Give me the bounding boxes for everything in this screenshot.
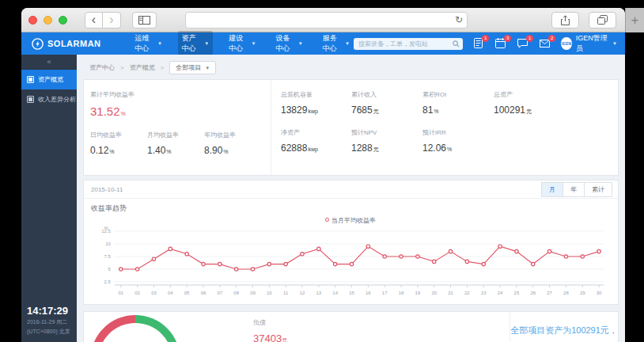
breadcrumb-asset-overview[interactable]: 资产概览	[130, 63, 155, 72]
svg-text:10: 10	[267, 291, 272, 295]
back-icon: ‹	[92, 13, 96, 27]
chart-legend: 当月平均收益率	[91, 216, 610, 225]
svg-text:12: 12	[300, 291, 305, 295]
sidebar-collapse-button[interactable]: «	[21, 55, 77, 70]
asset-stats-grid: 总装机容量 13829kwp 累计收入 7685元 累积ROI 81% 总资	[271, 80, 618, 175]
stat-label: 累计平均收益率	[90, 90, 263, 99]
yield-stats: 累计平均收益率 31.52% 日均收益率 0.12% 月均收益率 1.40%	[84, 80, 271, 175]
stat-total-assets: 总资产 100291元	[494, 90, 618, 116]
daily-yield: 日均收益率 0.12%	[90, 131, 147, 156]
calendar-button[interactable]: 3	[495, 38, 506, 49]
sidebar-item-income-analysis[interactable]: 收入差异分析	[21, 89, 77, 109]
svg-text:15: 15	[349, 291, 354, 295]
sidebar-item-asset-overview[interactable]: 资产概览	[21, 70, 77, 89]
back-button[interactable]: ‹	[85, 12, 103, 28]
breadcrumb: 资产中心 > 资产概览 > 全部项目 ▼	[77, 55, 625, 79]
svg-text:03: 03	[151, 291, 157, 295]
tab-cumulative[interactable]: 累计	[585, 182, 612, 197]
asset-structure-card: 资产负债结构 100291元 负债 37403元 净资产 全部项目资产为1002…	[83, 311, 619, 342]
asset-structure-left: 资产负债结构 100291元 负债 37403元 净资产	[84, 312, 510, 342]
reload-icon[interactable]: ↻	[455, 14, 463, 25]
svg-text:13: 13	[316, 291, 322, 295]
minimize-window-button[interactable]	[44, 16, 52, 25]
stat-cumulative-income: 累计收入 7685元	[351, 90, 422, 116]
sidebar-icon	[138, 16, 150, 25]
clock-time: 14:17:29	[27, 305, 77, 317]
svg-text:21: 21	[448, 291, 453, 295]
svg-text:30: 30	[597, 291, 602, 295]
tab-month[interactable]: 月	[541, 182, 563, 197]
menu-item-construction[interactable]: 建设中心▼	[225, 31, 259, 56]
close-window-button[interactable]	[28, 16, 37, 25]
address-bar[interactable]: ↻	[185, 12, 468, 28]
menu-item-devices[interactable]: 设备中心▼	[271, 31, 306, 56]
notification-badge: 2	[548, 35, 555, 42]
search-icon	[453, 40, 460, 48]
period-tabs: 月 年 累计	[541, 182, 612, 197]
svg-text:7.5: 7.5	[104, 254, 112, 259]
user-name: IGEN管理员	[576, 33, 608, 54]
stat-net-assets: 净资产 62888kwp	[281, 128, 351, 154]
svg-text:14: 14	[332, 291, 338, 295]
sidebar: « 资产概览 收入差异分析 14:17:29 2016-11-29 周二 (UT…	[21, 55, 77, 342]
clock-timezone: (UTC+0800) 北京	[27, 328, 77, 336]
breadcrumb-asset-center[interactable]: 资产中心	[89, 63, 115, 72]
search-input[interactable]	[358, 40, 450, 48]
messages-button[interactable]: 1	[517, 38, 528, 49]
chevron-down-icon: ▼	[252, 41, 256, 46]
svg-text:29: 29	[580, 291, 585, 295]
stat-cumulative-roi: 累积ROI 81%	[422, 90, 494, 116]
mail-button[interactable]: 2	[540, 38, 551, 49]
forward-button[interactable]: ›	[103, 12, 121, 28]
stat-installed-capacity: 总装机容量 13829kwp	[281, 90, 351, 116]
project-filter-dropdown[interactable]: 全部项目 ▼	[169, 61, 216, 74]
browser-toolbar: ‹ › ↻	[21, 8, 625, 32]
svg-text:09: 09	[250, 291, 256, 295]
new-tab-button[interactable]: +	[625, 8, 644, 32]
browser-window: ‹ › ↻	[21, 8, 625, 342]
chevron-down-icon: ▼	[298, 41, 303, 46]
tab-year[interactable]: 年	[563, 182, 585, 197]
global-search[interactable]	[354, 38, 463, 50]
stat-expected-npv: 预计NPV 1288元	[351, 128, 422, 154]
svg-text:28: 28	[563, 291, 569, 295]
avatar: IGEN	[561, 37, 571, 50]
user-menu[interactable]: IGEN IGEN管理员 ▼	[561, 33, 617, 54]
svg-text:22: 22	[464, 291, 470, 295]
svg-text:11: 11	[283, 291, 289, 295]
svg-text:05: 05	[184, 291, 190, 295]
solarman-logo-icon	[32, 38, 44, 50]
chevron-down-icon: ▼	[345, 41, 350, 46]
chevron-down-icon: ▼	[612, 41, 617, 46]
svg-text:01: 01	[118, 291, 123, 295]
chevron-down-icon: ▼	[205, 66, 210, 70]
svg-text:17: 17	[382, 291, 388, 295]
svg-text:18: 18	[399, 291, 404, 295]
menu-item-operations[interactable]: 运维中心▼	[131, 31, 166, 56]
svg-text:19: 19	[415, 291, 421, 295]
zoom-window-button[interactable]	[59, 16, 67, 25]
menu-item-assets[interactable]: 资产中心▼	[178, 31, 213, 56]
window-controls	[28, 16, 67, 25]
work-order-button[interactable]: 1	[473, 38, 484, 49]
show-tabs-button[interactable]	[589, 12, 616, 28]
svg-text:10: 10	[105, 241, 111, 246]
notification-badge: 1	[526, 35, 533, 42]
date-picker[interactable]: 2015-10-11	[91, 186, 123, 193]
sidebar-toggle-button[interactable]	[132, 12, 157, 28]
sidebar-item-label: 资产概览	[38, 75, 63, 84]
notification-icons: 1 3 1	[473, 38, 551, 49]
svg-text:2.5: 2.5	[104, 279, 112, 284]
svg-text:20: 20	[431, 291, 437, 295]
asset-donut-chart: 资产负债结构 100291元	[90, 315, 180, 342]
income-analysis-icon	[27, 96, 34, 103]
svg-text:04: 04	[168, 291, 173, 295]
menu-item-service[interactable]: 服务中心▼	[319, 31, 354, 56]
brand[interactable]: SOLARMAN	[32, 38, 101, 50]
forward-icon: ›	[109, 13, 113, 27]
liability-stat: 负债 37403元 净资产	[253, 315, 287, 342]
tabs-overview-icon	[597, 15, 608, 25]
share-button[interactable]	[551, 12, 579, 28]
svg-text:24: 24	[498, 291, 503, 295]
stats-card: 累计平均收益率 31.52% 日均收益率 0.12% 月均收益率 1.40%	[83, 79, 619, 176]
